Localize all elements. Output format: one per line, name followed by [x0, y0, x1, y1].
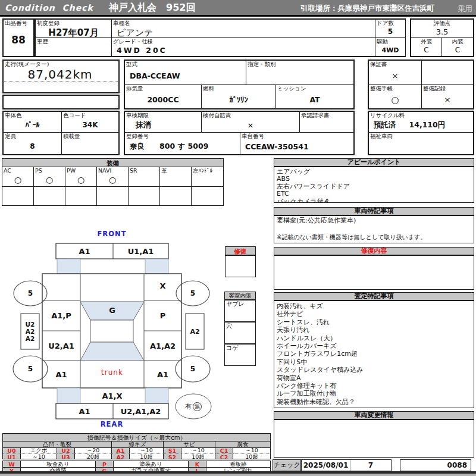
repair-details-title: 修復内容 [274, 247, 474, 255]
mileage-divider [4, 81, 118, 82]
legend-desc: ～10 [21, 454, 57, 459]
text-line: スタッドレスタイヤ積み込み [277, 366, 471, 374]
fuel-cell: 燃料 ｶﾞｿﾘﾝ [202, 85, 276, 108]
right-quarter-mark: A1 [144, 361, 181, 388]
color-code-label: 色コード [62, 112, 118, 120]
check-date: 2025/08/01 [302, 460, 350, 471]
doors-cell: ドア数 5 [375, 20, 405, 38]
text-line: 要構変(元:公共応急作業車) [277, 217, 471, 224]
transmission-value: AT [276, 93, 353, 109]
load-value [62, 140, 118, 155]
legend-desc: ～10 [181, 448, 215, 454]
cabin-row-tear: ヤブレ [224, 300, 256, 322]
equipment-label-pw: PW [65, 167, 96, 175]
legend-code: U0 [3, 448, 21, 454]
displacement-value: 2000CC [125, 93, 201, 109]
insurance-cell: 検付自賠責 × [202, 112, 300, 133]
model-code-label: 型式 [125, 61, 246, 68]
pickup-location: 引取場所：兵庫県神戸市東灘区住吉浜町 [300, 4, 434, 14]
check-code: 0088 [400, 460, 471, 469]
inspection-table: 車検期限 抹消 検付自賠責 × 承認請求書 登録番号 奈良 800 す 5009… [124, 111, 355, 155]
check-box: 2025/08/01 7 [301, 459, 392, 471]
legend-code: C2 [215, 454, 233, 459]
chassis-label: 車台番号 [240, 133, 353, 140]
appeal-title: アピールポイント [274, 158, 474, 167]
insurance-value: × [202, 120, 299, 133]
model-name-cell: 車種名 ビアンテ [112, 20, 375, 38]
history-cell: 車歴 [36, 38, 112, 56]
equipment-empty-row [97, 187, 129, 205]
inspection-cell: 車検期限 抹消 [125, 112, 202, 133]
history-label: 車歴 [36, 38, 111, 46]
equipment-cell-navi: NAVI ○ [97, 167, 129, 187]
equipment-mark-ac: ○ [2, 175, 33, 187]
capacity-value: 8 [4, 140, 61, 155]
equipment-empty-row [65, 187, 97, 205]
legend-desc: ～10 [233, 448, 270, 454]
equipment-cell-lhd: 左ﾊﾝﾄﾞﾙ [192, 167, 223, 187]
maintenance-book-cell: 整備手帳 ○ [369, 85, 422, 108]
welfare-value [369, 140, 473, 155]
legend-code: U1 [3, 454, 21, 459]
left-mirror-marks: U2 A2 A2 [21, 314, 39, 349]
approval-cell: 承認請求書 [300, 112, 353, 133]
equipment-mark-pw: ○ [65, 175, 96, 187]
right-front-door-mark: P [144, 300, 181, 331]
legend-title: 損傷記号＆損傷サイズ（～最大cm） [3, 434, 270, 441]
appeal-panel: エアバッグABS左右パワースライドドアETCバックカメラ付き [274, 167, 474, 203]
text-line: シートスレ、汚れ [277, 318, 471, 326]
right-rear-door-mark: A1,A2 [144, 331, 181, 361]
legend-desc: エクボ [21, 448, 57, 454]
text-line: 内装汚れ、キズ [277, 302, 471, 310]
left-mirror-line: A2 [26, 335, 35, 342]
first-registration-cell: 初度登録 H27年07月 [36, 20, 112, 38]
left-mirror-line: A2 [26, 328, 35, 335]
legend-code: P [96, 461, 114, 468]
trunk-label: trunk [80, 361, 144, 384]
vehicle-class: 乗用 [458, 4, 472, 14]
interior-value: C [442, 46, 473, 57]
text-line: ABS [277, 176, 471, 183]
text-line: ルーフ加工取付け物 [277, 390, 471, 397]
insurance-label: 検付自賠責 [202, 112, 299, 120]
equipment-empty-row [160, 187, 192, 205]
header-bar: Condition Check 神戸入札会 952回 引取場所：兵庫県神戸市東灘… [0, 0, 476, 17]
change-info-title: 車両変更情報 [274, 411, 474, 419]
windshield-mark: G [80, 300, 144, 320]
chassis-value: CCEAW-350541 [240, 140, 353, 155]
equipment-mark-ps: ○ [34, 175, 65, 187]
check-count: 7 [350, 460, 391, 471]
designation-label: 指定・類別 [246, 61, 353, 68]
spare-present-label: 有 [185, 402, 192, 411]
exterior-value: C [411, 46, 441, 57]
equipment-mark-leather [160, 175, 191, 187]
equipment-label-ps: PS [34, 167, 65, 175]
legend-code: S2 [164, 454, 181, 459]
maintenance-record-label: 整備記録 [422, 85, 473, 93]
maintenance-book-value: ○ [369, 93, 421, 109]
recycle-value-row: 預託済 14,110円 [369, 120, 473, 133]
capacity-label: 定員 [4, 133, 61, 140]
legend-code: S1 [164, 448, 181, 454]
equipment-cell-ac: AC ○ [2, 167, 34, 187]
wheel-front-right-mark: 5 [184, 288, 201, 299]
history-value [36, 46, 111, 57]
warranty-value: × [369, 68, 421, 85]
right-mirror-mark: A2 [186, 314, 204, 349]
equipment-empty-row [34, 187, 65, 205]
legend-desc: ～20 [75, 448, 112, 454]
designation-cell: 指定・類別 [246, 61, 353, 85]
recycle-fee: 14,110円 [409, 120, 446, 130]
front-label: FRONT [89, 230, 134, 237]
color-table: 車体色 ﾊﾟｰﾙ 色コード 34K 定員 8 積載量 [2, 111, 120, 155]
rear-gate-mark: A1,X [80, 388, 144, 403]
equipment-empty-row [129, 187, 160, 205]
score-cell: 評価点 3.5 [411, 20, 473, 38]
rear-bumper-left-mark: A1 [56, 403, 113, 419]
lot-box: 出品番号 88 [2, 18, 35, 57]
equipment-mark-navi: ○ [97, 175, 128, 187]
body-color-cell: 車体色 ﾊﾟｰﾙ [4, 112, 62, 133]
legend-code: K [189, 461, 206, 468]
text-line: パンク修理キット有 [277, 382, 471, 390]
front-bumper-left-mark: A1 [56, 243, 113, 259]
